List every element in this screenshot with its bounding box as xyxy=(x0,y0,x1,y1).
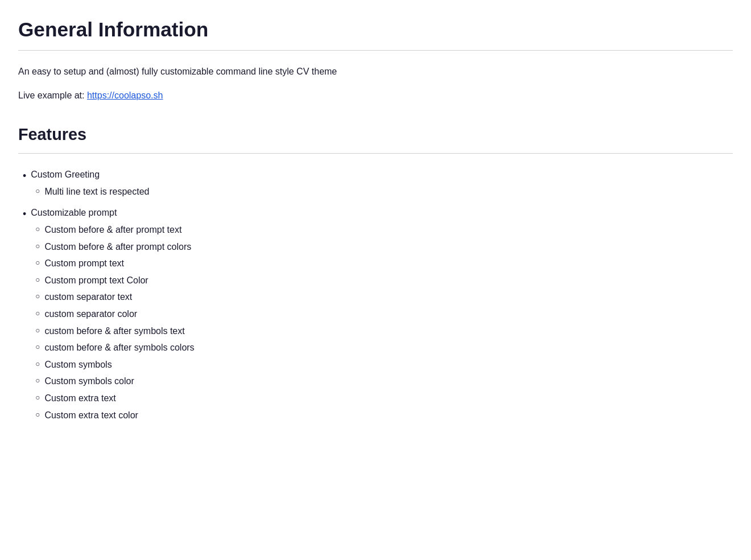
bullet-icon: • xyxy=(23,168,26,184)
bullet-icon: • xyxy=(23,206,26,222)
sub-list-item: ○Multi line text is respected xyxy=(35,184,733,199)
sub-list-item: ○Custom before & after prompt colors xyxy=(35,240,733,254)
sub-list-item: ○Custom prompt text Color xyxy=(35,273,733,288)
sub-list-item: ○Custom prompt text xyxy=(35,256,733,271)
sub-bullet-icon: ○ xyxy=(35,240,40,253)
sub-list-item: ○Custom symbols xyxy=(35,357,733,372)
sub-list-item-label: custom separator text xyxy=(44,290,132,304)
heading-divider xyxy=(18,50,733,51)
sub-list-item: ○custom separator text xyxy=(35,290,733,304)
list-item-content: Custom Greeting○Multi line text is respe… xyxy=(31,167,733,201)
main-list: •Custom Greeting○Multi line text is resp… xyxy=(18,167,733,425)
page-heading: General Information xyxy=(18,18,733,41)
list-item: •Custom Greeting○Multi line text is resp… xyxy=(23,167,733,201)
sub-list-item-label: custom separator color xyxy=(44,307,137,322)
sub-bullet-icon: ○ xyxy=(35,341,40,353)
intro-text: An easy to setup and (almost) fully cust… xyxy=(18,64,733,79)
features-section: •Custom Greeting○Multi line text is resp… xyxy=(18,167,733,425)
sub-list-item: ○custom before & after symbols colors xyxy=(35,340,733,355)
sub-list-item-label: Multi line text is respected xyxy=(44,184,149,199)
list-item-content: Customizable prompt○Custom before & afte… xyxy=(31,205,733,425)
live-example-link[interactable]: https://coolapso.sh xyxy=(87,90,163,100)
sub-bullet-icon: ○ xyxy=(35,409,40,421)
sub-list-item-label: Custom symbols color xyxy=(44,374,134,389)
sub-list-item-label: custom before & after symbols text xyxy=(44,324,184,339)
sub-bullet-icon: ○ xyxy=(35,257,40,269)
sub-list-item-label: Custom before & after prompt text xyxy=(44,223,181,237)
sub-bullet-icon: ○ xyxy=(35,307,40,320)
sub-list-item: ○custom separator color xyxy=(35,307,733,322)
sub-list: ○Custom before & after prompt text○Custo… xyxy=(31,223,733,422)
sub-list-item-label: Custom before & after prompt colors xyxy=(44,240,191,254)
sub-bullet-icon: ○ xyxy=(35,223,40,236)
list-item: •Customizable prompt○Custom before & aft… xyxy=(23,205,733,425)
live-example-label: Live example at: xyxy=(18,90,87,100)
live-example-line: Live example at: https://coolapso.sh xyxy=(18,88,733,103)
sub-list-item-label: Custom symbols xyxy=(44,357,112,372)
sub-list-item-label: custom before & after symbols colors xyxy=(44,340,194,355)
features-heading: Features xyxy=(18,125,733,144)
list-item-label: Customizable prompt xyxy=(31,208,117,217)
sub-list-item: ○Custom symbols color xyxy=(35,374,733,389)
sub-bullet-icon: ○ xyxy=(35,392,40,404)
features-divider xyxy=(18,153,733,154)
sub-bullet-icon: ○ xyxy=(35,185,40,197)
sub-list: ○Multi line text is respected xyxy=(31,184,733,199)
sub-list-item-label: Custom extra text xyxy=(44,391,115,406)
sub-list-item-label: Custom prompt text xyxy=(44,256,124,271)
sub-list-item: ○Custom extra text xyxy=(35,391,733,406)
list-item-label: Custom Greeting xyxy=(31,170,100,179)
sub-bullet-icon: ○ xyxy=(35,290,40,303)
sub-list-item-label: Custom extra text color xyxy=(44,408,138,423)
sub-bullet-icon: ○ xyxy=(35,324,40,337)
sub-list-item: ○custom before & after symbols text xyxy=(35,324,733,339)
sub-list-item: ○Custom extra text color xyxy=(35,408,733,423)
sub-bullet-icon: ○ xyxy=(35,358,40,370)
sub-bullet-icon: ○ xyxy=(35,274,40,286)
sub-bullet-icon: ○ xyxy=(35,374,40,387)
sub-list-item-label: Custom prompt text Color xyxy=(44,273,148,288)
sub-list-item: ○Custom before & after prompt text xyxy=(35,223,733,237)
